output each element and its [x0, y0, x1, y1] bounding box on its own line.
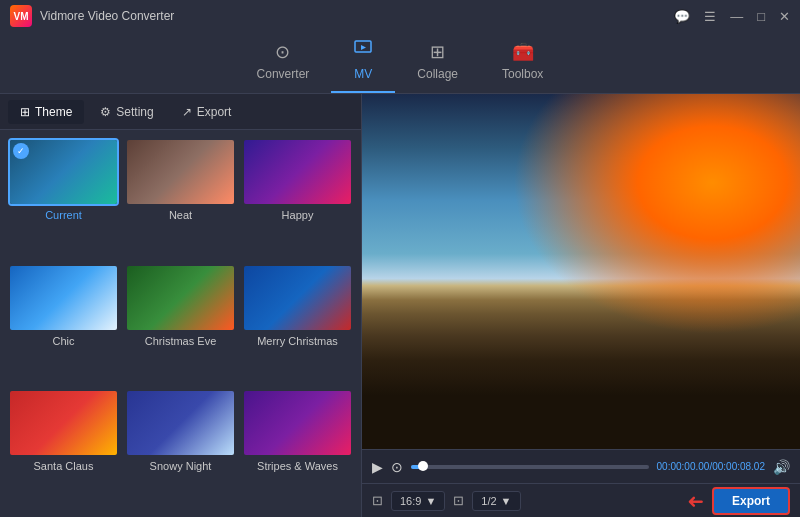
subtab-theme-label: Theme: [35, 105, 72, 119]
selected-badge: ✓: [13, 143, 29, 159]
title-bar-left: VM Vidmore Video Converter: [10, 5, 174, 27]
volume-icon[interactable]: 🔊: [773, 459, 790, 475]
theme-thumb-santa: [8, 389, 119, 457]
tab-converter-label: Converter: [257, 67, 310, 81]
ratio-selector[interactable]: 16:9 ▼: [391, 491, 445, 511]
converter-icon: ⊙: [275, 41, 290, 63]
export-button[interactable]: Export: [712, 487, 790, 515]
progress-bar[interactable]: [411, 465, 649, 469]
theme-img-happy: [244, 140, 351, 204]
theme-img-snowy: [127, 391, 234, 455]
title-bar: VM Vidmore Video Converter 💬 ☰ — □ ✕: [0, 0, 800, 32]
theme-grid-icon: ⊞: [20, 105, 30, 119]
theme-item-chic[interactable]: Chic: [8, 264, 119, 384]
theme-img-christmas: [127, 266, 234, 330]
app-title: Vidmore Video Converter: [40, 9, 174, 23]
theme-thumb-neat: [125, 138, 236, 206]
subtab-export-label: Export: [197, 105, 232, 119]
subtab-setting-label: Setting: [116, 105, 153, 119]
export-bar-left: ⊡ 16:9 ▼ ⊡ 1/2 ▼: [372, 491, 521, 511]
theme-img-neat: [127, 140, 234, 204]
mv-icon: [353, 38, 373, 63]
tab-toolbox-label: Toolbox: [502, 67, 543, 81]
aspect-ratio-icon: ⊡: [372, 493, 383, 508]
theme-thumb-chic: [8, 264, 119, 332]
export-arrow-indicator: ➜: [687, 489, 704, 513]
setting-gear-icon: ⚙: [100, 105, 111, 119]
theme-label-current: Current: [45, 209, 82, 221]
tab-converter[interactable]: ⊙ Converter: [235, 33, 332, 93]
theme-thumb-happy: [242, 138, 353, 206]
collage-icon: ⊞: [430, 41, 445, 63]
ratio-value: 16:9: [400, 495, 421, 507]
theme-item-merry[interactable]: Merry Christmas: [242, 264, 353, 384]
subtab-theme[interactable]: ⊞ Theme: [8, 100, 84, 124]
theme-label-snowy: Snowy Night: [150, 460, 212, 472]
right-panel: ▶ ⊙ 00:00:00.00/00:00:08.02 🔊 ⊡ 16:9 ▼ ⊡…: [362, 94, 800, 517]
maximize-button[interactable]: □: [757, 9, 765, 24]
tab-collage-label: Collage: [417, 67, 458, 81]
resolution-selector[interactable]: 1/2 ▼: [472, 491, 520, 511]
theme-img-santa: [10, 391, 117, 455]
scene-overlay: [362, 94, 800, 449]
app-logo: VM: [10, 5, 32, 27]
theme-item-christmas[interactable]: Christmas Eve: [125, 264, 236, 384]
stop-button[interactable]: ⊙: [391, 459, 403, 475]
theme-label-neat: Neat: [169, 209, 192, 221]
left-panel: ⊞ Theme ⚙ Setting ↗ Export ✓CurrentNeatH…: [0, 94, 362, 517]
chat-icon[interactable]: 💬: [674, 9, 690, 24]
export-arrow-icon: ↗: [182, 105, 192, 119]
main-layout: ⊞ Theme ⚙ Setting ↗ Export ✓CurrentNeatH…: [0, 94, 800, 517]
export-area: ➜ Export: [687, 487, 790, 515]
resolution-value: 1/2: [481, 495, 496, 507]
theme-grid: ✓CurrentNeatHappyChicChristmas EveMerry …: [0, 130, 361, 517]
theme-img-chic: [10, 266, 117, 330]
theme-label-christmas: Christmas Eve: [145, 335, 217, 347]
subtab-setting[interactable]: ⚙ Setting: [88, 100, 165, 124]
toolbox-icon: 🧰: [512, 41, 534, 63]
ratio-chevron-icon: ▼: [425, 495, 436, 507]
sub-tabs: ⊞ Theme ⚙ Setting ↗ Export: [0, 94, 361, 130]
theme-item-happy[interactable]: Happy: [242, 138, 353, 258]
theme-img-stripes: [244, 391, 351, 455]
resolution-chevron-icon: ▼: [501, 495, 512, 507]
menu-icon[interactable]: ☰: [704, 9, 716, 24]
theme-item-santa[interactable]: Santa Claus: [8, 389, 119, 509]
theme-label-merry: Merry Christmas: [257, 335, 338, 347]
video-preview: [362, 94, 800, 449]
subtab-export[interactable]: ↗ Export: [170, 100, 244, 124]
theme-img-merry: [244, 266, 351, 330]
theme-item-stripes[interactable]: Stripes & Waves: [242, 389, 353, 509]
tab-mv[interactable]: MV: [331, 30, 395, 93]
theme-label-stripes: Stripes & Waves: [257, 460, 338, 472]
top-nav: ⊙ Converter MV ⊞ Collage 🧰 Toolbox: [0, 32, 800, 94]
theme-thumb-christmas: [125, 264, 236, 332]
theme-label-santa: Santa Claus: [34, 460, 94, 472]
close-button[interactable]: ✕: [779, 9, 790, 24]
theme-thumb-merry: [242, 264, 353, 332]
theme-item-snowy[interactable]: Snowy Night: [125, 389, 236, 509]
tab-toolbox[interactable]: 🧰 Toolbox: [480, 33, 565, 93]
theme-thumb-snowy: [125, 389, 236, 457]
theme-label-chic: Chic: [52, 335, 74, 347]
minimize-button[interactable]: —: [730, 9, 743, 24]
theme-thumb-current: ✓: [8, 138, 119, 206]
theme-item-neat[interactable]: Neat: [125, 138, 236, 258]
title-bar-controls: 💬 ☰ — □ ✕: [674, 9, 790, 24]
export-bar: ⊡ 16:9 ▼ ⊡ 1/2 ▼ ➜ Export: [362, 483, 800, 517]
theme-item-current[interactable]: ✓Current: [8, 138, 119, 258]
progress-dot: [418, 461, 428, 471]
player-controls: ▶ ⊙ 00:00:00.00/00:00:08.02 🔊: [362, 449, 800, 483]
theme-label-happy: Happy: [282, 209, 314, 221]
theme-thumb-stripes: [242, 389, 353, 457]
resolution-icon: ⊡: [453, 493, 464, 508]
tab-collage[interactable]: ⊞ Collage: [395, 33, 480, 93]
play-button[interactable]: ▶: [372, 459, 383, 475]
tab-mv-label: MV: [354, 67, 372, 81]
time-display: 00:00:00.00/00:00:08.02: [657, 461, 765, 472]
